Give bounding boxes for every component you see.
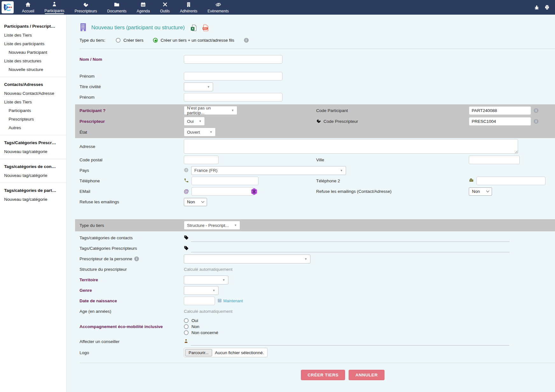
nav-item-documents[interactable]: Documents <box>102 0 132 15</box>
tags-contacts-input[interactable] <box>191 234 510 242</box>
refuse-emailings-contact-select[interactable]: Non <box>469 187 492 196</box>
email-input[interactable] <box>191 187 254 196</box>
sidebar-item-liste-des-participants[interactable]: Liste des participants <box>0 39 66 48</box>
globe-icon <box>184 168 189 173</box>
info-icon[interactable] <box>534 108 538 113</box>
sidebar-item-nouveau-tag-3[interactable]: Nouveau tag/catégorie <box>0 195 66 204</box>
prescripteur-select[interactable]: Oui▼ <box>184 117 205 126</box>
form-row-structure-prescripteur: Structure du prescripteur Calculé automa… <box>66 264 555 275</box>
sidebar-section-participants: Participants / Prescript… <box>0 22 66 31</box>
form-row-nom: Nom / Nom <box>66 54 555 65</box>
prescripteur-personne-label: Prescripteur de la personne <box>80 256 132 261</box>
sidebar-divider <box>0 77 66 77</box>
genre-label: Genre <box>80 288 184 293</box>
telephone2-input[interactable] <box>476 177 545 185</box>
nav-item-outils[interactable]: Outils <box>155 0 175 15</box>
genre-select[interactable]: ▼ <box>184 286 219 295</box>
sidebar-item-liste-des-structures[interactable]: Liste des structures <box>0 57 66 65</box>
nav-item-agenda[interactable]: Agenda <box>132 0 155 15</box>
sidebar-item-nouveau-contact[interactable]: Nouveau Contact/Adresse <box>0 89 66 98</box>
etat-select[interactable]: Ouvert▼ <box>184 128 216 136</box>
pays-select[interactable]: France (FR)▼ <box>191 166 346 175</box>
participant-prescripteur-band: Participant ? N'est pas un particip...▼ … <box>75 104 555 138</box>
accompagnement-radio-non[interactable]: Non <box>184 324 316 329</box>
date-naissance-input[interactable] <box>184 297 215 305</box>
accompagnement-radio-non-concerne[interactable]: Non concerné <box>184 330 316 335</box>
sidebar-item-nouvelle-structure[interactable]: Nouvelle structure <box>0 65 66 74</box>
chevron-down-icon: ▼ <box>199 120 202 123</box>
building-purple-icon <box>80 23 87 32</box>
form-row-prescripteur: Prescripteur Oui▼ Code Prescripteur <box>75 116 555 127</box>
structure-prescripteur-value: Calculé automatiquement <box>184 267 316 272</box>
sidebar-divider <box>0 183 66 183</box>
sidebar-item-liste-des-tiers[interactable]: Liste des Tiers <box>0 31 66 39</box>
radio-creer-tiers[interactable]: Créer tiers <box>116 38 143 43</box>
conseiller-input[interactable] <box>191 338 509 346</box>
excel-export-icon[interactable]: X <box>191 24 197 31</box>
creer-tiers-button[interactable]: CRÉER TIERS <box>301 370 345 380</box>
bug-icon[interactable] <box>534 5 539 10</box>
print-icon[interactable] <box>544 4 550 10</box>
sidebar-item-liste-des-tiers-2[interactable]: Liste des Tiers <box>0 98 66 106</box>
form-row-email: EMail @ Refuse les emailings (Contact/Ad… <box>66 186 555 197</box>
prescripteur-personne-select[interactable]: ▼ <box>184 255 310 263</box>
accompagnement-radio-oui[interactable]: Oui <box>184 318 316 323</box>
nav-item-participants[interactable]: Participants <box>39 0 70 15</box>
sidebar-item-nouveau-tag-2[interactable]: Nouveau tag/catégorie <box>0 171 66 180</box>
ville-input[interactable] <box>469 156 520 164</box>
nom-input[interactable] <box>184 55 282 64</box>
refuse-emailings-contact-label: Refuse les emailings (Contact/Adresse) <box>316 189 469 194</box>
telephone-input[interactable] <box>191 177 259 185</box>
app-logo[interactable] <box>2 1 14 13</box>
email-action-icon[interactable] <box>251 188 258 196</box>
browse-button[interactable]: Parcourir... <box>185 349 212 356</box>
radio-icon <box>184 324 189 329</box>
radio-creer-tiers-contact[interactable]: Créer un tiers + un contact/adresse fils <box>153 38 234 43</box>
sidebar-item-prescripteurs[interactable]: Prescripteurs <box>0 115 66 123</box>
form-row-age: Age (en années) Calculé automatiquement <box>66 306 555 317</box>
bottom-divider <box>80 363 555 363</box>
tag-icon <box>184 246 189 251</box>
tags-prescripteurs-input[interactable] <box>191 245 510 252</box>
tickets-icon <box>215 2 221 8</box>
etat-label: État <box>80 130 184 135</box>
sidebar-item-nouveau-tag-1[interactable]: Nouveau tag/catégorie <box>0 147 66 156</box>
type-tiers-select[interactable]: Structure - Prescript...▼ <box>184 221 240 230</box>
code-participant-input[interactable] <box>469 106 531 115</box>
code-prescripteur-input[interactable] <box>469 117 531 126</box>
form-actions: CRÉER TIERS ANNULER <box>301 370 555 380</box>
chevron-down-icon <box>486 189 489 192</box>
top-navbar: Accueil Participants Prescripteurs Docum… <box>0 0 555 15</box>
radio-icon <box>116 38 121 43</box>
annuler-button[interactable]: ANNULER <box>349 370 384 380</box>
nav-item-evenements[interactable]: Evènements <box>203 0 234 15</box>
nav-item-prescripteurs[interactable]: Prescripteurs <box>69 0 102 15</box>
structure-prescripteur-label: Structure du prescripteur <box>80 267 184 272</box>
prenom1-input[interactable] <box>184 72 282 80</box>
participant-select[interactable]: N'est pas un particip...▼ <box>184 106 237 115</box>
form-row-telephone: Téléphone Téléphone 2 <box>66 176 555 186</box>
maintenant-link[interactable]: Maintenant <box>218 298 243 304</box>
code-postal-input[interactable] <box>184 156 219 164</box>
adresse-textarea[interactable] <box>184 139 518 154</box>
prenom2-input[interactable] <box>184 93 282 102</box>
titre-civilite-select[interactable]: ▼ <box>184 82 213 91</box>
nav-item-accueil[interactable]: Accueil <box>17 0 39 15</box>
info-icon[interactable] <box>534 119 538 124</box>
nav-item-adherents[interactable]: Adhérents <box>175 0 203 15</box>
sidebar: Participants / Prescript… Liste des Tier… <box>0 15 66 392</box>
chevron-down-icon: ▼ <box>207 85 210 88</box>
sidebar-item-nouveau-participant[interactable]: Nouveau Participant <box>0 48 66 57</box>
logo-file-input[interactable]: Parcourir... Aucun fichier sélectionné. <box>184 348 267 357</box>
sidebar-item-autres[interactable]: Autres <box>0 123 66 132</box>
territoire-select[interactable]: ▼ <box>184 276 228 284</box>
pdf-export-icon[interactable]: PDF <box>202 24 209 31</box>
info-icon[interactable] <box>244 38 249 43</box>
info-icon[interactable] <box>134 256 139 261</box>
form-row-conseiller: Affecter un conseiller <box>66 336 555 347</box>
form-row-prescripteur-personne: Prescripteur de la personne ▼ <box>66 254 555 264</box>
type-du-tiers-label: Type du tiers: <box>80 38 116 43</box>
sidebar-item-participants[interactable]: Participants <box>0 106 66 115</box>
tag-icon <box>184 235 189 241</box>
refuse-emailings-select[interactable]: Non <box>184 198 207 206</box>
